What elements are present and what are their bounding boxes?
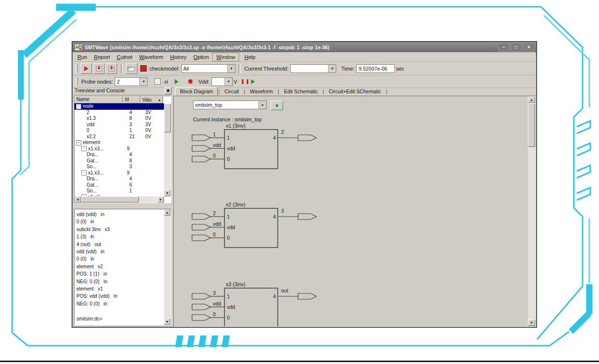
tree-horizontal-scrollbar[interactable]: ◄ ► — [75, 196, 164, 203]
menu-window[interactable]: Window — [212, 53, 239, 61]
tree-node-value — [143, 170, 164, 176]
tree-row[interactable]: Dra...4 — [75, 152, 164, 158]
save-as-button[interactable] — [105, 63, 117, 74]
scroll-up-button[interactable]: ▲ — [164, 209, 170, 216]
pause-icon[interactable] — [242, 79, 248, 84]
tree-vertical-scrollbar[interactable]: ▼ — [164, 103, 171, 196]
tab-waveform[interactable]: Waveform — [246, 87, 277, 96]
column-header-value[interactable]: Valu▲ — [140, 96, 163, 103]
scroll-down-button[interactable]: ▼ — [164, 319, 170, 325]
window-title: SMTWave (smitsim /home/zhuzh/QA/3x3/3x3.… — [85, 44, 497, 50]
tree-node-id — [123, 140, 141, 146]
chevron-down-icon[interactable]: ▼ — [258, 101, 266, 109]
ri-checkbox[interactable] — [154, 78, 161, 85]
close-button[interactable]: × — [523, 43, 535, 52]
tab-circuit[interactable]: Circuit — [220, 87, 243, 96]
scroll-down-button[interactable]: ▼ — [528, 320, 535, 326]
tree-node-value — [142, 103, 164, 110]
schematic-block[interactable]: x3 (3inv)31vddvdd004out — [188, 282, 338, 327]
chevron-down-icon[interactable]: ▼ — [328, 65, 336, 73]
tab-block-diagram[interactable]: Block Diagram — [175, 87, 218, 96]
toolbar-grip[interactable] — [75, 64, 78, 73]
checkmodel-icon[interactable] — [140, 65, 147, 72]
vdd-value — [212, 78, 225, 86]
save-button[interactable] — [93, 63, 105, 74]
instance-select[interactable]: smitsim_top ▼ — [193, 101, 267, 109]
tree-row[interactable]: vdd33V — [75, 122, 164, 128]
tree-expander-icon[interactable]: - — [81, 146, 87, 151]
console-scrollbar[interactable]: ▲ ▼ — [164, 209, 171, 325]
tree-row[interactable]: -x1.x3...9 — [75, 146, 164, 152]
chevron-down-icon[interactable]: ▼ — [227, 65, 235, 73]
open-folder-button[interactable] — [126, 63, 137, 74]
tree-expander-icon[interactable]: - — [81, 170, 87, 175]
tree-row[interactable]: -x1.x3...9 — [75, 170, 164, 176]
toolbar-grip[interactable] — [75, 77, 78, 86]
chevron-down-icon[interactable]: ▼ — [139, 78, 147, 86]
diagram-scrollbar[interactable]: ▲ ▼ — [528, 97, 535, 326]
time-label: Time: — [341, 66, 354, 72]
minimize-button[interactable]: – — [498, 43, 509, 52]
scroll-right-button[interactable]: ► — [158, 196, 164, 203]
page: SMTWave (smitsim /home/zhuzh/QA/3x3/3x3.… — [0, 0, 599, 364]
tree-row[interactable]: So...1 — [75, 188, 164, 194]
panel-splitter[interactable] — [74, 203, 171, 209]
time-input[interactable]: 9.52007e-06 — [356, 64, 395, 73]
tree-row[interactable]: 010V — [75, 128, 164, 134]
threshold-select[interactable]: ▼ — [290, 64, 336, 73]
console[interactable]: vdd (vdd) in0 (0) insubckt 3inv x31 (3) … — [74, 209, 171, 325]
maximize-button[interactable]: □ — [510, 43, 522, 52]
input-port-icon — [192, 224, 210, 230]
column-header-id[interactable]: Id — [123, 96, 140, 103]
tree-row[interactable]: -element — [75, 140, 164, 146]
menu-help[interactable]: Help — [241, 53, 259, 61]
scrollbar-thumb[interactable] — [528, 103, 535, 147]
tree-row[interactable]: x2.2210V — [75, 134, 164, 140]
tree-row[interactable]: -node — [75, 103, 164, 110]
console-line: POS: 1 (1) in — [76, 270, 163, 277]
panel-pin-button[interactable] — [165, 87, 172, 94]
tree-row[interactable]: Gat...8 — [75, 158, 164, 164]
schematic-block[interactable]: x2 (3inv)21vddvdd0043 — [188, 202, 338, 256]
schematic-block[interactable]: x1 (3inv)11vddvdd0042 — [188, 123, 338, 177]
play-icon[interactable] — [251, 79, 255, 84]
run-button[interactable] — [80, 63, 92, 74]
toolbar-main: checkmodel: All ▼ Current Threshold: ▼ T… — [73, 62, 536, 75]
chevron-down-icon[interactable]: ▼ — [225, 78, 232, 86]
menu-run[interactable]: Run — [74, 53, 90, 61]
tree-expander-icon[interactable]: - — [76, 104, 81, 109]
tree-row[interactable]: Dra...4 — [75, 176, 164, 182]
scroll-left-button[interactable]: ◄ — [75, 196, 81, 203]
tab-edit-schematic[interactable]: Edit Schematic — [280, 87, 322, 96]
title-bar[interactable]: SMTWave (smitsim /home/zhuzh/QA/3x3/3x3.… — [73, 42, 536, 52]
frame-comb-tooth — [577, 188, 590, 200]
diagram-canvas[interactable]: smitsim_top ▼ Current instance : smitsim… — [173, 96, 536, 327]
tree-row[interactable]: x1.380V — [75, 116, 164, 122]
tree-row[interactable]: Gat...6 — [75, 182, 164, 189]
probe-nodes-select[interactable]: 2 ▼ — [115, 77, 148, 86]
go-instance-button[interactable] — [270, 101, 283, 110]
menu-option[interactable]: Option — [190, 53, 212, 61]
tab-circuit-edit-schematic[interactable]: Circuit+Edit SChematic — [324, 87, 385, 96]
console-line: vdd (vdd) in — [76, 211, 163, 218]
scrollbar-thumb[interactable] — [164, 103, 171, 132]
scroll-up-button[interactable]: ▲ — [528, 97, 535, 103]
menu-history[interactable]: History — [166, 53, 190, 61]
scroll-down-button[interactable]: ▼ — [164, 190, 170, 196]
menu-report[interactable]: Report — [90, 53, 113, 61]
menu-waveform[interactable]: Waveform — [136, 53, 167, 61]
probe-stop-icon[interactable] — [188, 79, 193, 84]
scrollbar-thumb[interactable] — [81, 196, 139, 203]
menu-cutnet[interactable]: Cutnet — [113, 53, 135, 61]
instance-value: smitsim_top — [194, 101, 258, 109]
vdd-select[interactable]: ▼ — [211, 77, 233, 86]
column-header-name[interactable]: Name — [75, 96, 123, 103]
checkmodel-select[interactable]: All ▼ — [181, 64, 236, 73]
tree-node-label: vdd — [87, 122, 94, 128]
tree-row[interactable]: 243V — [75, 110, 164, 116]
probe-play-icon[interactable] — [175, 79, 179, 84]
input-net-label: vdd — [213, 221, 221, 227]
tree-row[interactable]: So...3 — [75, 164, 164, 170]
tree-expander-icon[interactable]: - — [76, 140, 81, 146]
tree-node-label: node — [83, 103, 93, 110]
